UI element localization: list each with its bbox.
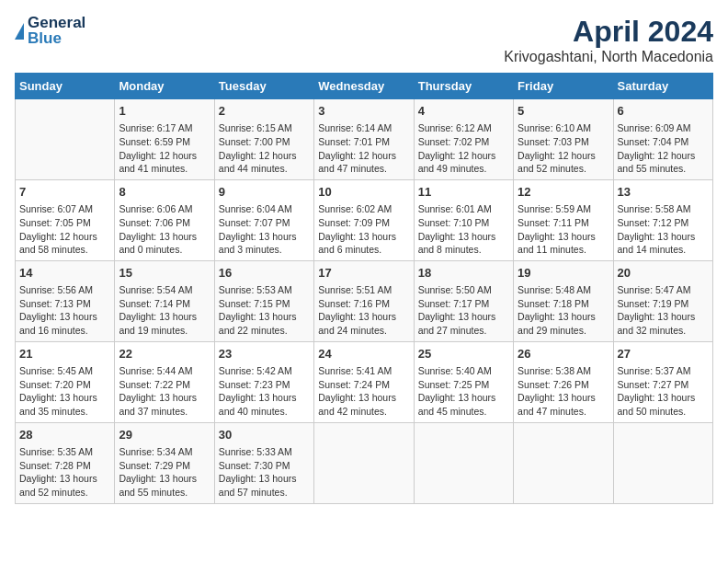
day-info: Sunrise: 5:44 AM Sunset: 7:22 PM Dayligh… bbox=[119, 364, 210, 419]
calendar-cell: 17Sunrise: 5:51 AM Sunset: 7:16 PM Dayli… bbox=[314, 260, 414, 341]
day-info: Sunrise: 6:06 AM Sunset: 7:06 PM Dayligh… bbox=[119, 202, 210, 257]
header-sunday: Sunday bbox=[16, 74, 115, 99]
day-number: 11 bbox=[418, 184, 509, 201]
day-info: Sunrise: 5:34 AM Sunset: 7:29 PM Dayligh… bbox=[119, 445, 210, 500]
calendar-week-4: 21Sunrise: 5:45 AM Sunset: 7:20 PM Dayli… bbox=[16, 341, 713, 422]
day-info: Sunrise: 6:12 AM Sunset: 7:02 PM Dayligh… bbox=[418, 121, 509, 176]
day-number: 28 bbox=[19, 427, 110, 443]
day-number: 23 bbox=[219, 346, 310, 362]
header-wednesday: Wednesday bbox=[314, 74, 414, 99]
day-info: Sunrise: 5:59 AM Sunset: 7:11 PM Dayligh… bbox=[518, 202, 609, 257]
day-info: Sunrise: 5:42 AM Sunset: 7:23 PM Dayligh… bbox=[219, 364, 310, 419]
logo-blue: Blue bbox=[28, 30, 85, 46]
day-number: 9 bbox=[219, 184, 310, 201]
day-info: Sunrise: 6:07 AM Sunset: 7:05 PM Dayligh… bbox=[19, 202, 110, 257]
calendar-cell: 11Sunrise: 6:01 AM Sunset: 7:10 PM Dayli… bbox=[414, 179, 513, 260]
day-info: Sunrise: 5:56 AM Sunset: 7:13 PM Dayligh… bbox=[19, 283, 110, 338]
header-thursday: Thursday bbox=[414, 74, 513, 99]
day-info: Sunrise: 5:58 AM Sunset: 7:12 PM Dayligh… bbox=[618, 202, 709, 257]
day-info: Sunrise: 6:15 AM Sunset: 7:00 PM Dayligh… bbox=[219, 121, 310, 176]
calendar-cell: 8Sunrise: 6:06 AM Sunset: 7:06 PM Daylig… bbox=[115, 179, 214, 260]
day-number: 13 bbox=[618, 184, 709, 201]
calendar-cell: 26Sunrise: 5:38 AM Sunset: 7:26 PM Dayli… bbox=[514, 341, 613, 422]
calendar-table: SundayMondayTuesdayWednesdayThursdayFrid… bbox=[15, 73, 713, 504]
day-info: Sunrise: 5:33 AM Sunset: 7:30 PM Dayligh… bbox=[219, 445, 310, 500]
day-info: Sunrise: 6:09 AM Sunset: 7:04 PM Dayligh… bbox=[618, 121, 709, 176]
day-number: 16 bbox=[219, 265, 310, 282]
day-info: Sunrise: 5:40 AM Sunset: 7:25 PM Dayligh… bbox=[418, 364, 509, 419]
day-number: 25 bbox=[418, 346, 509, 362]
logo-general: General bbox=[28, 15, 85, 30]
calendar-cell: 1Sunrise: 6:17 AM Sunset: 6:59 PM Daylig… bbox=[115, 99, 214, 180]
page-title: April 2024 bbox=[504, 15, 713, 49]
calendar-cell: 2Sunrise: 6:15 AM Sunset: 7:00 PM Daylig… bbox=[214, 99, 313, 180]
calendar-week-5: 28Sunrise: 5:35 AM Sunset: 7:28 PM Dayli… bbox=[16, 422, 713, 503]
day-number: 30 bbox=[219, 427, 310, 443]
day-info: Sunrise: 5:54 AM Sunset: 7:14 PM Dayligh… bbox=[119, 283, 210, 338]
logo-text: General Blue bbox=[28, 15, 85, 46]
page-header: General Blue April 2024 Krivogashtani, N… bbox=[15, 15, 713, 65]
day-number: 22 bbox=[119, 346, 210, 362]
day-number: 18 bbox=[418, 265, 509, 282]
day-number: 7 bbox=[19, 184, 110, 201]
day-info: Sunrise: 5:38 AM Sunset: 7:26 PM Dayligh… bbox=[518, 364, 609, 419]
day-info: Sunrise: 5:53 AM Sunset: 7:15 PM Dayligh… bbox=[219, 283, 310, 338]
day-info: Sunrise: 5:41 AM Sunset: 7:24 PM Dayligh… bbox=[318, 364, 409, 419]
page-subtitle: Krivogashtani, North Macedonia bbox=[504, 49, 713, 65]
day-info: Sunrise: 6:04 AM Sunset: 7:07 PM Dayligh… bbox=[219, 202, 310, 257]
calendar-cell: 30Sunrise: 5:33 AM Sunset: 7:30 PM Dayli… bbox=[214, 422, 313, 503]
day-number: 4 bbox=[418, 103, 509, 120]
day-number: 26 bbox=[518, 346, 609, 362]
day-info: Sunrise: 5:50 AM Sunset: 7:17 PM Dayligh… bbox=[418, 283, 509, 338]
header-friday: Friday bbox=[514, 74, 613, 99]
header-tuesday: Tuesday bbox=[214, 74, 313, 99]
calendar-cell: 24Sunrise: 5:41 AM Sunset: 7:24 PM Dayli… bbox=[314, 341, 414, 422]
day-number: 3 bbox=[318, 103, 409, 120]
logo-icon bbox=[15, 23, 24, 40]
day-number: 1 bbox=[119, 103, 210, 120]
day-number: 20 bbox=[618, 265, 709, 282]
day-number: 5 bbox=[518, 103, 609, 120]
day-info: Sunrise: 6:02 AM Sunset: 7:09 PM Dayligh… bbox=[318, 202, 409, 257]
day-number: 10 bbox=[318, 184, 409, 201]
title-block: April 2024 Krivogashtani, North Macedoni… bbox=[504, 15, 713, 65]
day-info: Sunrise: 5:51 AM Sunset: 7:16 PM Dayligh… bbox=[318, 283, 409, 338]
day-number: 2 bbox=[219, 103, 310, 120]
calendar-cell: 14Sunrise: 5:56 AM Sunset: 7:13 PM Dayli… bbox=[16, 260, 115, 341]
calendar-cell: 7Sunrise: 6:07 AM Sunset: 7:05 PM Daylig… bbox=[16, 179, 115, 260]
calendar-cell: 3Sunrise: 6:14 AM Sunset: 7:01 PM Daylig… bbox=[314, 99, 414, 180]
calendar-cell: 28Sunrise: 5:35 AM Sunset: 7:28 PM Dayli… bbox=[16, 422, 115, 503]
day-info: Sunrise: 5:47 AM Sunset: 7:19 PM Dayligh… bbox=[618, 283, 709, 338]
calendar-cell: 15Sunrise: 5:54 AM Sunset: 7:14 PM Dayli… bbox=[115, 260, 214, 341]
calendar-week-1: 1Sunrise: 6:17 AM Sunset: 6:59 PM Daylig… bbox=[16, 99, 713, 180]
header-monday: Monday bbox=[115, 74, 214, 99]
calendar-cell: 19Sunrise: 5:48 AM Sunset: 7:18 PM Dayli… bbox=[514, 260, 613, 341]
calendar-cell: 23Sunrise: 5:42 AM Sunset: 7:23 PM Dayli… bbox=[214, 341, 313, 422]
day-number: 8 bbox=[119, 184, 210, 201]
calendar-week-2: 7Sunrise: 6:07 AM Sunset: 7:05 PM Daylig… bbox=[16, 179, 713, 260]
calendar-cell: 22Sunrise: 5:44 AM Sunset: 7:22 PM Dayli… bbox=[115, 341, 214, 422]
header-saturday: Saturday bbox=[613, 74, 712, 99]
calendar-cell: 10Sunrise: 6:02 AM Sunset: 7:09 PM Dayli… bbox=[314, 179, 414, 260]
calendar-cell bbox=[514, 422, 613, 503]
day-number: 15 bbox=[119, 265, 210, 282]
day-info: Sunrise: 6:01 AM Sunset: 7:10 PM Dayligh… bbox=[418, 202, 509, 257]
calendar-cell bbox=[613, 422, 712, 503]
calendar-cell: 9Sunrise: 6:04 AM Sunset: 7:07 PM Daylig… bbox=[214, 179, 313, 260]
day-number: 27 bbox=[618, 346, 709, 362]
calendar-cell: 6Sunrise: 6:09 AM Sunset: 7:04 PM Daylig… bbox=[613, 99, 712, 180]
day-number: 29 bbox=[119, 427, 210, 443]
calendar-cell: 27Sunrise: 5:37 AM Sunset: 7:27 PM Dayli… bbox=[613, 341, 712, 422]
calendar-cell bbox=[16, 99, 115, 180]
calendar-cell: 13Sunrise: 5:58 AM Sunset: 7:12 PM Dayli… bbox=[613, 179, 712, 260]
logo: General Blue bbox=[15, 15, 85, 46]
calendar-cell: 29Sunrise: 5:34 AM Sunset: 7:29 PM Dayli… bbox=[115, 422, 214, 503]
day-number: 6 bbox=[618, 103, 709, 120]
day-info: Sunrise: 6:10 AM Sunset: 7:03 PM Dayligh… bbox=[518, 121, 609, 176]
day-number: 12 bbox=[518, 184, 609, 201]
calendar-cell: 18Sunrise: 5:50 AM Sunset: 7:17 PM Dayli… bbox=[414, 260, 513, 341]
day-number: 24 bbox=[318, 346, 409, 362]
day-info: Sunrise: 5:45 AM Sunset: 7:20 PM Dayligh… bbox=[19, 364, 110, 419]
calendar-cell bbox=[314, 422, 414, 503]
day-number: 19 bbox=[518, 265, 609, 282]
